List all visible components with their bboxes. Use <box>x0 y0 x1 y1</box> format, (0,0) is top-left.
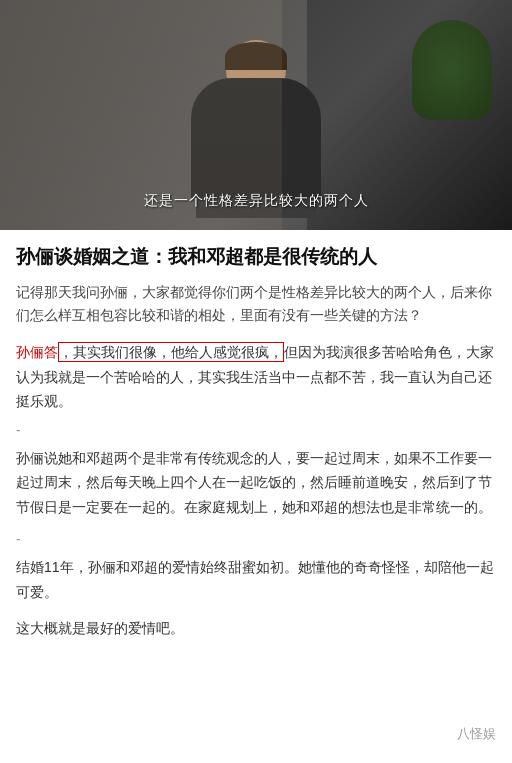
speaker-name: 孙俪答 <box>16 344 58 360</box>
paragraph-2: 孙俪说她和邓超两个是非常有传统观念的人，要一起过周末，如果不工作要一起过周末，然… <box>16 446 496 520</box>
paragraph-3: 结婚11年，孙俪和邓超的爱情始终甜蜜如初。她懂他的奇奇怪怪，却陪他一起可爱。 <box>16 555 496 604</box>
divider-1: - <box>16 422 496 438</box>
article-title: 孙俪谈婚姻之道：我和邓超都是很传统的人 <box>16 244 496 271</box>
article-intro: 记得那天我问孙俪，大家都觉得你们两个是性格差异比较大的两个人，后来你们怎么样互相… <box>16 281 496 329</box>
article-content: 孙俪谈婚姻之道：我和邓超都是很传统的人 记得那天我问孙俪，大家都觉得你们两个是性… <box>0 230 512 667</box>
watermark: 八怪娱 <box>457 725 496 743</box>
video-player: 还是一个性格差异比较大的两个人 <box>0 0 512 230</box>
paragraph-4: 这大概就是最好的爱情吧。 <box>16 616 496 641</box>
quote-block: 孙俪答，其实我们很像，他给人感觉很疯，但因为我演很多苦哈哈角色，大家认为我就是一… <box>16 340 496 414</box>
video-subtitle: 还是一个性格差异比较大的两个人 <box>144 192 369 210</box>
highlighted-quote: ，其实我们很像，他给人感觉很疯， <box>58 342 284 362</box>
divider-2: - <box>16 531 496 547</box>
